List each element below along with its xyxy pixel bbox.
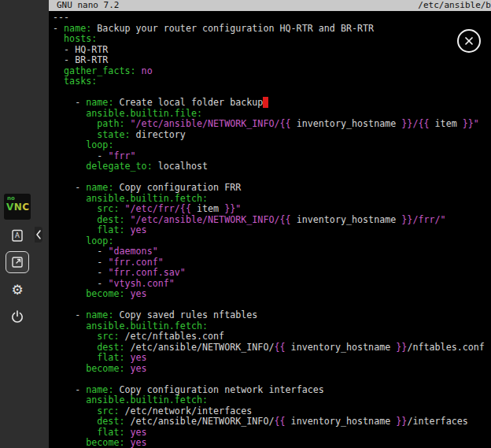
sidebar-collapse-handle[interactable]	[35, 227, 42, 243]
close-icon	[463, 35, 474, 46]
code-line: hosts:	[53, 34, 491, 45]
code-line: dest: /etc/ansible/NETWORK_INFO/{{ inven…	[53, 342, 491, 354]
code-line: src: /etc/nftables.conf	[53, 331, 491, 342]
code-line: ---	[53, 13, 491, 24]
code-line	[53, 300, 491, 311]
chevron-left-icon	[35, 229, 42, 240]
code-line: src: "/etc/frr/{{ item }}"	[53, 204, 491, 215]
code-line: src: /etc/network/interfaces	[53, 406, 491, 417]
settings-button[interactable]: ⚙	[6, 279, 29, 301]
code-line: ansible.builtin.fetch:	[53, 194, 491, 205]
code-line: path: "/etc/ansible/NETWORK_INFO/{{ inve…	[53, 119, 491, 130]
code-line: flat: yes	[53, 225, 491, 236]
code-line: dest: "/etc/ansible/NETWORK_INFO/{{ inve…	[53, 215, 491, 226]
gear-icon: ⚙	[11, 283, 23, 297]
desktop: no VNC A	[0, 0, 491, 448]
power-icon	[9, 309, 25, 324]
code-line	[53, 87, 491, 98]
code-line: state: directory	[53, 130, 491, 141]
code-line: - "daemons"	[53, 246, 491, 257]
code-line: - HQ-RTR	[53, 45, 491, 56]
code-line	[53, 374, 491, 385]
code-line: - name: Create local folder backup	[53, 98, 491, 109]
code-line: - "frr.conf.sav"	[53, 268, 491, 279]
novnc-logo-vnc: VNC	[6, 202, 31, 213]
novnc-logo: no VNC	[4, 194, 31, 220]
code-line: flat: yes	[53, 353, 491, 364]
file-path: /etc/ansible/b	[418, 0, 491, 11]
code-line: become: yes	[53, 364, 491, 375]
code-line: ansible.builtin.fetch:	[53, 321, 491, 332]
code-line: tasks:	[53, 76, 491, 87]
code-line: flat: yes	[53, 428, 491, 439]
fullscreen-button[interactable]	[6, 251, 29, 273]
code-line: - "vtysh.conf"	[53, 279, 491, 290]
clipboard-icon: A	[9, 228, 25, 243]
code-line: - name: Backup your router configuration…	[53, 24, 491, 35]
code-line: become: yes	[53, 438, 491, 448]
code-line: become: yes	[53, 289, 491, 300]
nano-version: GNU nano 7.2	[57, 0, 119, 11]
close-button[interactable]	[457, 29, 481, 53]
power-button[interactable]	[6, 305, 29, 328]
code-line	[53, 172, 491, 183]
code-line: - "frr"	[53, 151, 491, 162]
clipboard-button[interactable]: A	[6, 224, 29, 246]
code-line: - name: Copy configuration FRR	[53, 183, 491, 194]
code-line: ansible.builtin.file:	[53, 109, 491, 120]
code-line: - BR-RTR	[53, 55, 491, 66]
vnc-control-bar: no VNC A	[0, 0, 49, 448]
code-line: loop:	[53, 140, 491, 151]
code-line: gather_facts: no	[53, 66, 491, 77]
terminal-window[interactable]: GNU nano 7.2 /etc/ansible/b ---- name: B…	[49, 0, 491, 448]
fullscreen-icon	[9, 254, 25, 270]
code-line: delegate_to: localhost	[53, 161, 491, 172]
code-line: dest: /etc/ansible/NETWORK_INFO/{{ inven…	[53, 417, 491, 428]
code-line: - name: Copy saved rules nftables	[53, 310, 491, 321]
code-line: loop:	[53, 236, 491, 247]
svg-text:A: A	[15, 231, 20, 239]
nano-titlebar: GNU nano 7.2 /etc/ansible/b	[49, 0, 491, 11]
terminal-screen[interactable]: ---- name: Backup your router configurat…	[49, 11, 491, 448]
novnc-logo-no: no	[7, 196, 31, 202]
code-line: - "frr.conf"	[53, 257, 491, 268]
code-line: - name: Copy configuration network inter…	[53, 385, 491, 396]
code-line: ansible.builtin.fetch:	[53, 395, 491, 406]
